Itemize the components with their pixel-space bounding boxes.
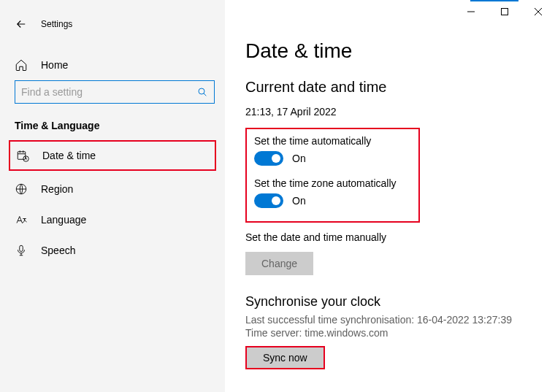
sidebar-item-region[interactable]: Region <box>0 174 225 204</box>
svg-rect-1 <box>18 152 26 160</box>
sidebar-item-language[interactable]: Language <box>0 204 225 235</box>
home-icon <box>15 58 28 72</box>
manual-label: Set the date and time manually <box>245 231 535 243</box>
globe-icon <box>15 182 28 196</box>
section-title: Time & Language <box>0 104 225 137</box>
sidebar-item-label: Speech <box>41 245 75 256</box>
sidebar-item-label: Region <box>41 183 73 195</box>
set-time-auto-label: Set the time automatically <box>254 135 397 147</box>
home-nav[interactable]: Home <box>0 31 225 72</box>
set-time-auto-toggle[interactable] <box>254 151 283 166</box>
app-title: Settings <box>41 19 72 29</box>
set-zone-auto-state: On <box>292 195 306 207</box>
page-title: Date & time <box>245 39 535 63</box>
svg-rect-4 <box>20 245 23 251</box>
set-zone-auto-toggle[interactable] <box>254 193 283 208</box>
sidebar-item-speech[interactable]: Speech <box>0 235 225 266</box>
sidebar-item-label: Date & time <box>42 150 96 161</box>
language-icon <box>15 213 28 226</box>
main-content: Date & time Current date and time 21:13,… <box>225 0 555 392</box>
sync-now-button[interactable]: Sync now <box>245 346 325 369</box>
sync-server: Time server: time.windows.com <box>245 327 535 339</box>
window-controls <box>225 0 555 23</box>
sync-heading: Synchronise your clock <box>245 294 535 310</box>
minimize-button[interactable] <box>454 0 488 23</box>
close-button[interactable] <box>521 0 555 23</box>
set-time-auto-state: On <box>292 153 306 164</box>
back-icon[interactable] <box>15 18 28 31</box>
svg-rect-5 <box>502 9 508 15</box>
sidebar-item-date-time[interactable]: Date & time <box>9 140 216 171</box>
current-datetime-value: 21:13, 17 April 2022 <box>245 106 535 118</box>
sidebar: Settings Home Time & Language Date & tim… <box>0 0 225 392</box>
calendar-clock-icon <box>16 149 29 162</box>
current-datetime-heading: Current date and time <box>245 79 535 96</box>
sync-last: Last successful time synchronisation: 16… <box>245 314 535 326</box>
search-input-container[interactable] <box>15 80 215 104</box>
search-icon <box>196 86 208 98</box>
auto-settings-highlight: Set the time automatically On Set the ti… <box>245 128 420 223</box>
svg-point-0 <box>199 88 204 94</box>
search-input[interactable] <box>21 86 180 98</box>
change-button[interactable]: Change <box>245 252 313 275</box>
set-zone-auto-label: Set the time zone automatically <box>254 177 397 189</box>
maximize-button[interactable] <box>488 0 521 23</box>
microphone-icon <box>15 244 28 257</box>
home-label: Home <box>41 59 68 71</box>
sidebar-item-label: Language <box>41 214 86 226</box>
